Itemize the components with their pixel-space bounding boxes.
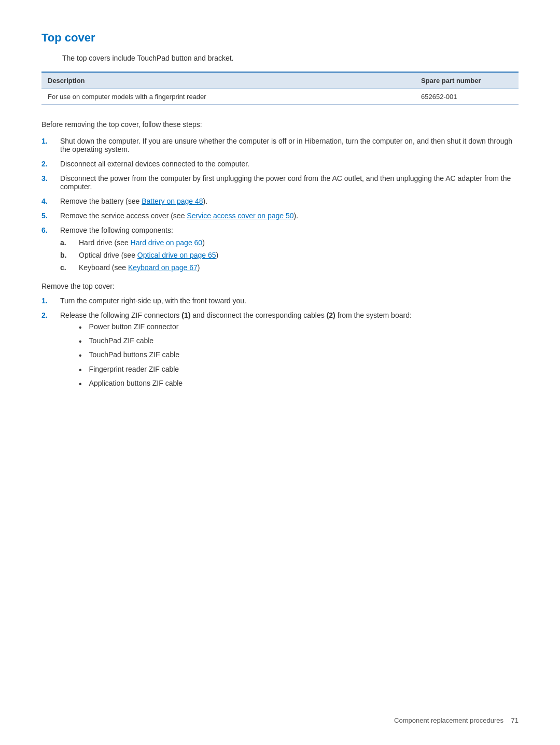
step-number: 2. bbox=[41, 160, 60, 168]
bullet-item: TouchPad buttons ZIF cable bbox=[79, 350, 519, 360]
step-content: Shut down the computer. If you are unsur… bbox=[60, 137, 519, 153]
step-content: Remove the battery (see Battery on page … bbox=[60, 197, 519, 205]
sub-item-content: Optical drive (see Optical drive on page… bbox=[79, 251, 218, 259]
col-description-header: Description bbox=[41, 72, 415, 89]
remove-step-number: 1. bbox=[41, 297, 60, 305]
before-step-item: 4.Remove the battery (see Battery on pag… bbox=[41, 197, 519, 205]
before-step-item: 3.Disconnect the power from the computer… bbox=[41, 174, 519, 191]
before-steps-list: 1.Shut down the computer. If you are uns… bbox=[41, 137, 519, 276]
bullet-item: Fingerprint reader ZIF cable bbox=[79, 365, 519, 375]
sub-item-link[interactable]: Hard drive on page 60 bbox=[131, 238, 203, 247]
remove-step-item: 2.Release the following ZIF connectors (… bbox=[41, 311, 519, 393]
bullet-item: TouchPad ZIF cable bbox=[79, 336, 519, 346]
remove-steps-list: 1.Turn the computer right-side up, with … bbox=[41, 297, 519, 393]
remove-top-cover-label: Remove the top cover: bbox=[41, 282, 519, 290]
step-link[interactable]: Service access cover on page 50 bbox=[187, 212, 293, 220]
remove-step-content: Turn the computer right-side up, with th… bbox=[60, 297, 519, 305]
sub-item-link[interactable]: Keyboard on page 67 bbox=[128, 263, 198, 272]
step-content: Remove the service access cover (see Ser… bbox=[60, 212, 519, 220]
remove-step-item: 1.Turn the computer right-side up, with … bbox=[41, 297, 519, 305]
bullet-list: Power button ZIF connectorTouchPad ZIF c… bbox=[79, 322, 519, 389]
footer: Component replacement procedures 71 bbox=[394, 716, 519, 724]
table-row-description: For use on computer models with a finger… bbox=[41, 89, 415, 105]
sub-item-label: a. bbox=[60, 238, 79, 247]
page-title: Top cover bbox=[41, 31, 519, 45]
before-steps-label: Before removing the top cover, follow th… bbox=[41, 120, 519, 129]
before-step-item: 1.Shut down the computer. If you are uns… bbox=[41, 137, 519, 153]
step-number: 6. bbox=[41, 226, 60, 276]
footer-label: Component replacement procedures bbox=[394, 716, 503, 724]
before-step-item: 5.Remove the service access cover (see S… bbox=[41, 212, 519, 220]
before-step-item: 6.Remove the following components:a.Hard… bbox=[41, 226, 519, 276]
footer-page-num: 71 bbox=[511, 716, 519, 724]
intro-text: The top covers include TouchPad button a… bbox=[62, 54, 519, 62]
sub-item-label: b. bbox=[60, 251, 79, 259]
before-step-item: 2.Disconnect all external devices connec… bbox=[41, 160, 519, 168]
col-spare-part-header: Spare part number bbox=[415, 72, 519, 89]
step-link[interactable]: Battery on page 48 bbox=[142, 197, 203, 205]
sub-item: a.Hard drive (see Hard drive on page 60) bbox=[60, 238, 519, 247]
step-number: 5. bbox=[41, 212, 60, 220]
remove-step-number: 2. bbox=[41, 311, 60, 393]
step-number: 1. bbox=[41, 137, 60, 153]
step-content: Disconnect all external devices connecte… bbox=[60, 160, 519, 168]
table-row-spare-part: 652652-001 bbox=[415, 89, 519, 105]
step-number: 3. bbox=[41, 174, 60, 191]
sub-item: b.Optical drive (see Optical drive on pa… bbox=[60, 251, 519, 259]
step-number: 4. bbox=[41, 197, 60, 205]
sub-items-list: a.Hard drive (see Hard drive on page 60)… bbox=[60, 238, 519, 272]
sub-item-content: Keyboard (see Keyboard on page 67) bbox=[79, 263, 200, 272]
step-content: Disconnect the power from the computer b… bbox=[60, 174, 519, 191]
step-content: Remove the following components:a.Hard d… bbox=[60, 226, 519, 276]
sub-item-content: Hard drive (see Hard drive on page 60) bbox=[79, 238, 205, 247]
parts-table: Description Spare part number For use on… bbox=[41, 72, 519, 105]
sub-item: c.Keyboard (see Keyboard on page 67) bbox=[60, 263, 519, 272]
sub-item-label: c. bbox=[60, 263, 79, 272]
bullet-item: Application buttons ZIF cable bbox=[79, 379, 519, 389]
remove-step-content: Release the following ZIF connectors (1)… bbox=[60, 311, 519, 393]
bullet-item: Power button ZIF connector bbox=[79, 322, 519, 332]
sub-item-link[interactable]: Optical drive on page 65 bbox=[137, 251, 216, 259]
